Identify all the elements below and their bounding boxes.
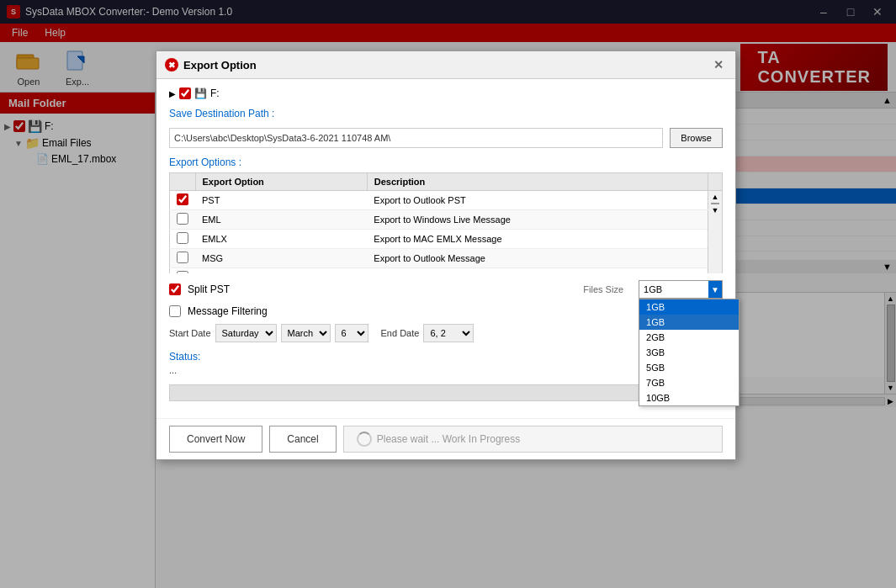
option-row-4[interactable]: HTML Export Message to HTML bbox=[170, 268, 723, 274]
message-filtering-label: Message Filtering bbox=[188, 305, 268, 317]
dialog-drive-icon: 💾 bbox=[194, 87, 207, 99]
dialog-tree: ▶ 💾 F: bbox=[169, 87, 723, 99]
col-check bbox=[170, 173, 196, 191]
size-option-3gb[interactable]: 3GB bbox=[639, 345, 739, 360]
dialog-title-text: Export Option bbox=[183, 59, 257, 72]
options-scroll-thumb[interactable] bbox=[711, 203, 719, 204]
option-row-3[interactable]: MSG Export to Outlook Message bbox=[170, 249, 723, 268]
save-path-row: Save Destination Path : bbox=[169, 108, 723, 119]
end-date-select[interactable]: 6, 2 bbox=[423, 324, 474, 342]
split-pst-row: Split PST Files Size 1GB ▼ 1GB 1GB 2GB 3… bbox=[169, 280, 723, 299]
option-name-emlx: EMLX bbox=[195, 230, 367, 249]
options-scroll-up[interactable]: ▲ bbox=[712, 193, 719, 201]
option-row-0[interactable]: PST Export to Outlook PST ▲ ▼ bbox=[170, 191, 723, 210]
cancel-button[interactable]: Cancel bbox=[269, 426, 336, 453]
option-row-1[interactable]: EML Export to Windows Live Message bbox=[170, 210, 723, 230]
dialog-title-left: ✖ Export Option bbox=[165, 58, 257, 72]
dropdown-arrow-icon: ▼ bbox=[708, 281, 722, 298]
dialog-drive-label: F: bbox=[210, 87, 220, 99]
size-selected-value: 1GB bbox=[644, 284, 708, 294]
dialog-footer: Convert Now Cancel Please wait ... Work … bbox=[156, 418, 735, 459]
files-size-label: Files Size bbox=[433, 284, 632, 294]
options-table-wrapper: Export Option Description PST Export to … bbox=[169, 172, 723, 273]
save-path-label: Save Destination Path : bbox=[169, 108, 274, 119]
option-name-pst: PST bbox=[195, 191, 367, 210]
dialog-title-bar: ✖ Export Option ✕ bbox=[156, 51, 735, 79]
option-name-msg: MSG bbox=[195, 249, 367, 268]
option-desc-msg: Export to Outlook Message bbox=[367, 249, 708, 268]
option-desc-html: Export Message to HTML bbox=[367, 268, 708, 274]
start-date-num-select[interactable]: 6 bbox=[335, 324, 368, 342]
size-option-2gb[interactable]: 2GB bbox=[639, 330, 739, 345]
split-pst-checkbox[interactable] bbox=[169, 283, 181, 295]
dialog-icon: ✖ bbox=[165, 58, 178, 72]
option-desc-eml: Export to Windows Live Message bbox=[367, 210, 708, 230]
work-progress-indicator: Please wait ... Work In Progress bbox=[343, 426, 723, 453]
size-option-1gb-top[interactable]: 1GB bbox=[639, 299, 739, 315]
work-progress-label: Please wait ... Work In Progress bbox=[377, 433, 521, 445]
options-scroll-down[interactable]: ▼ bbox=[712, 206, 719, 215]
start-date-month-select[interactable]: March bbox=[281, 324, 331, 342]
option-desc-emlx: Export to MAC EMLX Message bbox=[367, 230, 708, 249]
start-date-label: Start Date bbox=[169, 328, 211, 338]
option-check-emlx[interactable] bbox=[177, 232, 188, 244]
status-label: Status: bbox=[169, 351, 200, 363]
option-name-html: HTML bbox=[195, 268, 367, 274]
spinner-icon bbox=[357, 432, 372, 447]
size-dropdown-trigger[interactable]: 1GB ▼ bbox=[639, 280, 723, 299]
save-path-input-row: Browse bbox=[169, 128, 723, 148]
option-check-eml[interactable] bbox=[177, 213, 188, 225]
browse-button[interactable]: Browse bbox=[670, 128, 723, 148]
option-desc-pst: Export to Outlook PST bbox=[367, 191, 708, 210]
option-name-eml: EML bbox=[195, 210, 367, 230]
option-check-pst[interactable] bbox=[177, 193, 188, 205]
size-option-7gb[interactable]: 7GB bbox=[639, 375, 739, 390]
option-check-html[interactable] bbox=[177, 271, 188, 273]
dialog-close-button[interactable]: ✕ bbox=[710, 56, 727, 73]
option-row-2[interactable]: EMLX Export to MAC EMLX Message bbox=[170, 230, 723, 249]
size-dropdown[interactable]: 1GB ▼ 1GB 1GB 2GB 3GB 5GB 7GB 10GB bbox=[639, 280, 723, 299]
col-description: Description bbox=[367, 173, 708, 191]
save-path-input[interactable] bbox=[169, 128, 663, 148]
start-date-day-select[interactable]: Saturday bbox=[215, 324, 277, 342]
dialog-body: ▶ 💾 F: Save Destination Path : Browse Ex… bbox=[156, 79, 735, 418]
size-dropdown-list[interactable]: 1GB 1GB 2GB 3GB 5GB 7GB 10GB bbox=[639, 299, 740, 406]
end-date-label: End Date bbox=[381, 328, 420, 338]
export-dialog: ✖ Export Option ✕ ▶ 💾 F: Save Destinatio… bbox=[156, 50, 736, 460]
export-options-label: Export Options : bbox=[169, 156, 723, 168]
option-check-msg[interactable] bbox=[177, 252, 188, 263]
size-option-10gb[interactable]: 10GB bbox=[639, 390, 739, 405]
size-option-5gb[interactable]: 5GB bbox=[639, 360, 739, 375]
dialog-expand-icon[interactable]: ▶ bbox=[169, 89, 176, 98]
col-scroll bbox=[708, 173, 723, 191]
options-table: Export Option Description PST Export to … bbox=[169, 172, 723, 273]
message-filtering-checkbox[interactable] bbox=[169, 305, 181, 317]
split-pst-label: Split PST bbox=[188, 283, 230, 295]
convert-button[interactable]: Convert Now bbox=[169, 426, 262, 453]
size-option-1gb[interactable]: 1GB bbox=[639, 315, 739, 330]
col-option: Export Option bbox=[195, 173, 367, 191]
options-scrollbar[interactable]: ▲ ▼ bbox=[708, 191, 723, 274]
dialog-tree-checkbox[interactable] bbox=[179, 87, 191, 99]
